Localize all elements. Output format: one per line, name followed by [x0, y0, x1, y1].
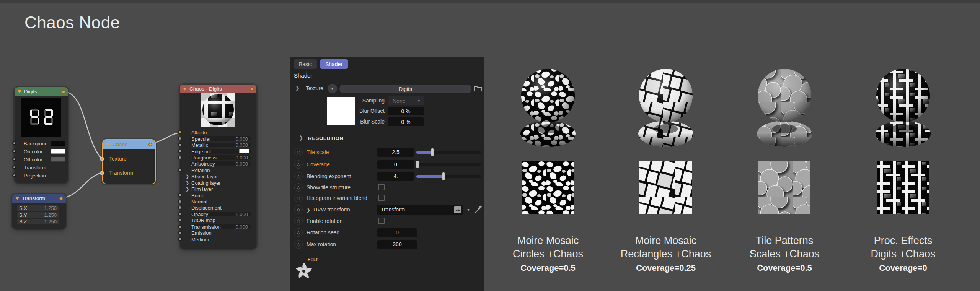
collapse-triangle-icon[interactable]: [15, 197, 19, 200]
input-socket[interactable]: [178, 231, 182, 235]
param-checkbox[interactable]: [378, 195, 385, 201]
param-value-field[interactable]: 0: [377, 228, 417, 237]
expand-chevron-icon[interactable]: ❯: [186, 187, 189, 192]
param-diamond-icon[interactable]: ◇: [294, 228, 303, 237]
blur-offset-field[interactable]: 0 %: [388, 107, 424, 115]
input-socket[interactable]: [178, 212, 182, 216]
output-socket[interactable]: [62, 90, 65, 94]
expand-chevron-icon[interactable]: ❯: [295, 85, 300, 91]
param-diamond-icon[interactable]: ◇: [294, 172, 303, 180]
input-socket[interactable]: [178, 130, 182, 134]
transform-scale-row[interactable]: S.Z 1.250: [17, 219, 59, 224]
input-socket[interactable]: [12, 173, 16, 177]
param-slider[interactable]: [416, 175, 481, 178]
shader-channel-row: Metallic0.000: [180, 142, 256, 148]
texture-swatch-render: [639, 161, 692, 214]
input-socket[interactable]: [178, 168, 182, 172]
input-socket[interactable]: [100, 171, 104, 175]
node-chaos-digits[interactable]: Chaos - Digits AlbedoSpecular0.000Metall…: [180, 85, 256, 249]
output-socket[interactable]: [148, 143, 152, 146]
channel-label: Sheen layer: [191, 174, 218, 179]
expand-chevron-icon[interactable]: ❯: [186, 174, 189, 179]
color-swatch[interactable]: [51, 149, 65, 154]
example-title-line1: Moire Mosaic: [607, 234, 725, 247]
blur-scale-field[interactable]: 0 %: [388, 117, 424, 126]
folder-icon[interactable]: [474, 85, 482, 92]
expand-chevron-icon[interactable]: ❯: [307, 207, 310, 213]
param-label: Show tile structure: [307, 184, 351, 190]
caret-down-icon: ▼: [417, 99, 421, 103]
eyedropper-icon[interactable]: [474, 205, 483, 214]
axis-label: S.Y: [19, 212, 27, 218]
node-chaos-digits-header[interactable]: Chaos - Digits: [180, 85, 256, 93]
caret-down-icon[interactable]: ▼: [466, 208, 470, 212]
collapse-triangle-icon[interactable]: [183, 88, 187, 91]
node-digits-header[interactable]: Digits: [15, 87, 68, 96]
param-diamond-icon[interactable]: ◇: [294, 205, 303, 214]
example-column: Tile Patterns Scales +Chaos Coverage=0.5: [725, 0, 844, 291]
group-chevron-icon[interactable]: ❯: [299, 135, 303, 141]
input-socket[interactable]: [100, 157, 104, 161]
input-socket[interactable]: [178, 156, 182, 159]
input-socket[interactable]: [178, 137, 182, 140]
texture-swatch-render: [522, 161, 574, 214]
param-value-field[interactable]: 360: [377, 240, 417, 249]
param-diamond-icon[interactable]: ◇: [294, 148, 303, 156]
input-socket[interactable]: [12, 165, 16, 169]
node-transform-header[interactable]: Transform: [12, 194, 66, 203]
param-diamond-icon[interactable]: ◇: [294, 240, 303, 249]
input-socket[interactable]: [178, 218, 182, 222]
texture-node-field[interactable]: Digits: [339, 85, 471, 93]
tab-shader[interactable]: Shader: [320, 59, 348, 69]
help-button[interactable]: HELP: [295, 258, 322, 281]
param-diamond-icon[interactable]: ◇: [294, 217, 303, 225]
slider-handle[interactable]: [416, 161, 419, 168]
transform-scale-row[interactable]: S.X 1.250: [17, 205, 59, 211]
slider-handle[interactable]: [442, 172, 445, 180]
shader-channel-row: Specular0.000: [180, 135, 256, 141]
sampling-dropdown[interactable]: None▼: [388, 96, 424, 105]
param-value-field[interactable]: 4.: [377, 172, 414, 181]
param-diamond-icon[interactable]: ◇: [294, 160, 303, 169]
node-select-field[interactable]: Transform: [377, 205, 463, 215]
output-socket[interactable]: [250, 87, 254, 91]
collapse-triangle-icon[interactable]: [18, 90, 21, 93]
input-socket[interactable]: [12, 141, 16, 145]
input-socket[interactable]: [178, 206, 182, 210]
input-socket[interactable]: [178, 200, 182, 203]
input-socket[interactable]: [178, 193, 182, 197]
param-value-field[interactable]: 2.5: [377, 148, 414, 157]
input-socket[interactable]: [178, 237, 182, 241]
tab-basic[interactable]: Basic: [294, 59, 317, 69]
color-swatch[interactable]: [51, 157, 65, 162]
expand-chevron-icon[interactable]: ❯: [186, 180, 189, 185]
color-swatch[interactable]: [51, 141, 65, 146]
slider-handle[interactable]: [431, 148, 434, 156]
node-transform[interactable]: Transform S.X 1.250S.Y 1.250S.Z 1.250: [12, 194, 66, 229]
channel-value: 0.000: [235, 224, 248, 229]
param-checkbox[interactable]: [378, 184, 385, 190]
output-socket[interactable]: [59, 197, 63, 200]
input-socket[interactable]: [178, 149, 182, 153]
param-checkbox[interactable]: [378, 218, 385, 224]
input-label: Texture: [109, 156, 127, 162]
param-diamond-icon[interactable]: ◇: [294, 183, 303, 192]
node-chaos-header[interactable]: Chaos: [103, 140, 155, 149]
collapse-triangle-icon[interactable]: [106, 143, 110, 146]
example-coverage: Coverage=0.25: [607, 263, 725, 273]
param-slider[interactable]: [416, 151, 481, 154]
param-diamond-icon[interactable]: ◇: [294, 194, 303, 202]
pinwheel-logo-icon: [295, 261, 313, 280]
texture-dropdown-button[interactable]: ▼: [328, 84, 337, 93]
transform-scale-row[interactable]: S.Y 1.250: [17, 212, 59, 218]
input-socket[interactable]: [178, 225, 182, 229]
color-swatch[interactable]: [239, 149, 249, 153]
param-value-field[interactable]: 0: [377, 160, 414, 169]
node-chaos[interactable]: Chaos TextureTransform: [102, 139, 156, 184]
param-slider[interactable]: [416, 163, 481, 166]
input-socket[interactable]: [178, 143, 182, 147]
input-socket[interactable]: [12, 149, 16, 153]
example-title-line1: Proc. Effects: [844, 234, 962, 247]
input-socket[interactable]: [12, 157, 16, 161]
node-digits[interactable]: Digits BackgrourOn colorOff colorTransfo…: [15, 87, 68, 183]
